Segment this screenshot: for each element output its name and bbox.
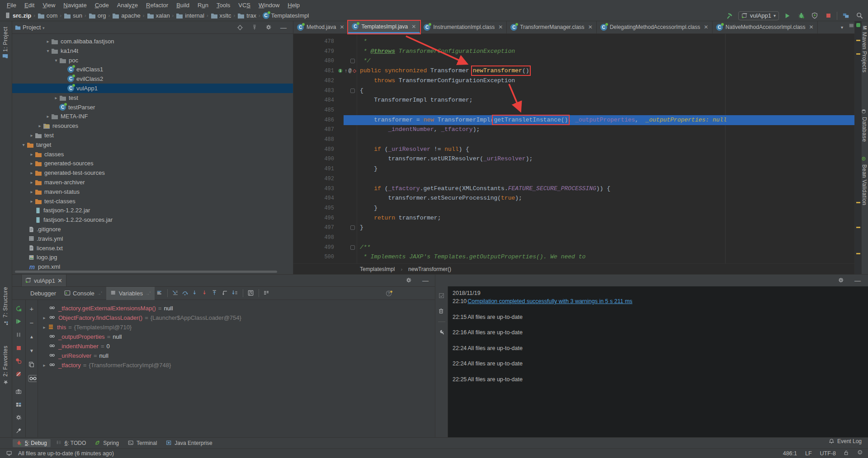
trash-button[interactable]	[437, 306, 447, 316]
stop-button[interactable]	[823, 11, 833, 21]
tree-item-maven-archiver[interactable]: ▸maven-archiver	[12, 178, 293, 187]
tree-item-generated-sources[interactable]: ▸generated-sources	[12, 159, 293, 168]
step-over-button[interactable]	[180, 288, 190, 298]
down-button[interactable]: ▼	[27, 346, 37, 355]
warning-stripe-mark[interactable]	[856, 227, 860, 228]
crumb-method[interactable]: newTransformer()	[408, 266, 451, 272]
run-button[interactable]	[783, 11, 793, 21]
bottom-tab-Java Enterprise[interactable]: Java Enterprise	[162, 439, 216, 447]
tree-item-testParser[interactable]: CtestParser	[12, 103, 293, 112]
dual-list-button[interactable]	[262, 288, 272, 298]
menu-tools[interactable]: Tools	[212, 2, 234, 9]
tree-item-logo.jpg[interactable]: logo.jpg	[12, 252, 293, 262]
rerun-button[interactable]	[14, 304, 24, 313]
tree-item-.gitignore[interactable]: .gitignore	[12, 224, 293, 234]
tree-expand-arrow[interactable]: ▸	[28, 161, 35, 166]
debug-view-tab-Debugger[interactable]: Debugger	[26, 287, 60, 300]
tree-item-maven-status[interactable]: ▸maven-status	[12, 187, 293, 196]
code-line-483[interactable]: 483{	[293, 86, 854, 96]
code-line-482[interactable]: 482 throws TransformerConfigurationExcep…	[293, 76, 854, 86]
tree-item-vulApp1[interactable]: CvulApp1	[12, 84, 293, 93]
warning-stripe-mark[interactable]	[856, 53, 860, 55]
fold-icon[interactable]	[350, 225, 355, 230]
tree-expand-arrow[interactable]: ▸	[28, 189, 35, 194]
code-line-493[interactable]: 493 if (_tfactory.getFeature(XMLConstant…	[293, 184, 854, 194]
run-config-combo[interactable]: vulApp1▾	[738, 11, 779, 20]
line-ending-widget[interactable]: LF	[805, 450, 812, 457]
fold-icon[interactable]	[350, 59, 355, 63]
tree-item-evilClass2[interactable]: CevilClass2	[12, 74, 293, 84]
tree-item-META-INF[interactable]: ▸META-INF	[12, 112, 293, 121]
bottom-tab-5: Debug[interactable]: 5: Debug	[13, 439, 51, 447]
event-log-entry[interactable]: 22:10Compilation completed successfully …	[453, 298, 632, 304]
gutter-icons[interactable]: 1↑@◇	[338, 66, 356, 76]
warning-stripe-mark[interactable]	[856, 40, 860, 41]
variable-row-_tfactory[interactable]: ▸_tfactory={TransformerFactoryImpl@748}	[38, 360, 435, 370]
fold-icon[interactable]	[350, 245, 355, 250]
tab-placement-button[interactable]: ▾	[841, 23, 843, 30]
code-line-495[interactable]: 495 }	[293, 203, 854, 213]
stop-red-button[interactable]	[14, 343, 24, 353]
event-log-settings-button[interactable]	[836, 276, 846, 285]
close-icon[interactable]: ✕	[588, 24, 593, 30]
debug-button[interactable]	[796, 11, 806, 21]
menu-run[interactable]: Run	[193, 2, 212, 9]
tool-tab-database[interactable]: Database	[861, 109, 868, 142]
event-log-link[interactable]: Compilation completed successfully with …	[467, 298, 632, 304]
menu-window[interactable]: Window	[255, 2, 283, 9]
code-line-498[interactable]: 498	[293, 233, 854, 243]
breadcrumb-sun[interactable]: sun	[64, 12, 82, 19]
glasses-boxed-button[interactable]	[27, 374, 37, 383]
resume-button[interactable]	[14, 317, 24, 327]
up-button[interactable]: ▲	[27, 332, 37, 341]
variable-row-_tfactory.getExternalExtensionsMap()[interactable]: _tfactory.getExternalExtensionsMap()=nul…	[38, 304, 435, 313]
bottom-tab-Terminal[interactable]: Terminal	[124, 439, 160, 447]
highlighting-level-widget[interactable]	[858, 450, 863, 457]
show-exec-button[interactable]	[170, 288, 180, 298]
tree-expand-arrow[interactable]: ▾	[45, 48, 51, 53]
tree-expand-arrow[interactable]: ▸	[45, 114, 51, 119]
editor-tab-NativeMethodAccessorImpl.class[interactable]: CNativeMethodAccessorImpl.class✕	[712, 21, 818, 33]
breadcrumb-internal[interactable]: internal	[176, 12, 204, 19]
close-icon[interactable]: ✕	[498, 24, 503, 30]
variable-row-ObjectFactory.findClassLoader()[interactable]: ▸ObjectFactory.findClassLoader()={Launch…	[38, 313, 435, 322]
variable-row-this[interactable]: ▸this={TemplatesImpl@710}	[38, 322, 435, 332]
tree-item-test[interactable]: ▸test	[12, 93, 293, 103]
tree-item-classes[interactable]: ▸classes	[12, 150, 293, 159]
breadcrumb-xalan[interactable]: xalan	[147, 12, 170, 19]
breadcrumb-apache[interactable]: apache	[112, 12, 141, 19]
tree-expand-arrow[interactable]: ▸	[53, 95, 59, 100]
tree-expand-arrow[interactable]: ▸	[28, 199, 35, 204]
project-structure-button[interactable]	[841, 11, 851, 21]
minus-button[interactable]: −	[27, 318, 37, 327]
debug-hide-button[interactable]: —	[420, 276, 430, 285]
gear-arrow-button[interactable]	[14, 413, 24, 423]
breadcrumb-trax[interactable]: trax	[237, 12, 256, 19]
editor-tab-Method.java[interactable]: CMethod.java✕	[293, 21, 348, 33]
tab-list-button[interactable]	[849, 23, 855, 30]
breadcrumb-com[interactable]: com	[38, 12, 58, 19]
code-line-492[interactable]: 492	[293, 174, 854, 184]
menu-navigate[interactable]: Navigate	[59, 2, 90, 9]
tree-expand-arrow[interactable]: ▸	[37, 123, 43, 128]
close-icon[interactable]: ✕	[57, 277, 62, 284]
tree-expand-arrow[interactable]: ▾	[53, 58, 59, 63]
mark-read-button[interactable]	[437, 291, 447, 301]
tree-expand-arrow[interactable]: ▸	[28, 180, 35, 185]
menu-refactor[interactable]: Refactor	[142, 2, 172, 9]
plus-button[interactable]: +	[27, 304, 37, 313]
tree-expand-arrow[interactable]: ▸	[28, 152, 35, 157]
code-line-479[interactable]: 479 * @throws TransformerConfigurationEx…	[293, 47, 854, 56]
tool-tab-maven-projects[interactable]: MMaven Projects	[861, 26, 868, 73]
code-line-478[interactable]: 478 *	[293, 37, 854, 47]
run-to-cursor-button[interactable]	[230, 288, 240, 298]
tree-item-target[interactable]: ▾target	[12, 140, 293, 150]
variable-row-_outputProperties[interactable]: _outputProperties=null	[38, 332, 435, 341]
code-line-481[interactable]: 4811↑@◇public synchronized Transformer n…	[293, 66, 854, 76]
layout-bars-button[interactable]	[155, 288, 165, 298]
event-log-hide-button[interactable]: —	[853, 276, 863, 285]
build-button[interactable]	[725, 11, 735, 21]
wrench-button[interactable]	[437, 327, 447, 337]
view-breakpoints-button[interactable]	[14, 356, 24, 366]
tree-expand-arrow[interactable]: ▸	[45, 39, 51, 44]
